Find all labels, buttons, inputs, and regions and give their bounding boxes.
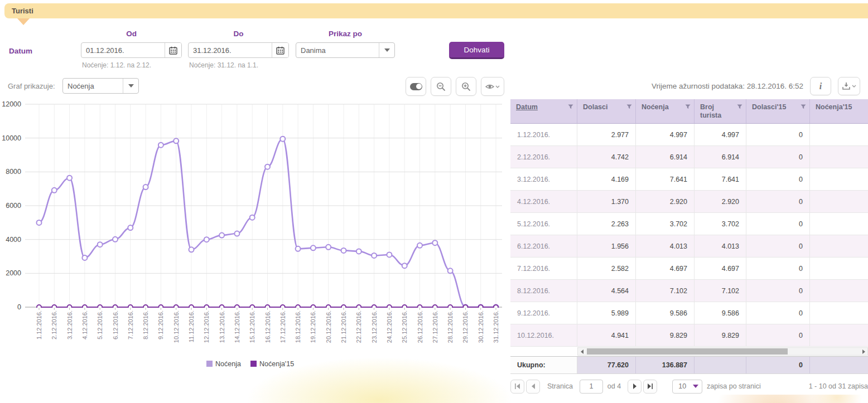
date-from-input[interactable] — [81, 43, 165, 57]
filter-icon[interactable] — [801, 104, 806, 109]
cell-datum: 9.12.2016. — [510, 302, 577, 324]
previous-page-button[interactable] — [526, 380, 540, 394]
cell-value — [810, 280, 868, 302]
svg-text:0: 0 — [17, 303, 21, 311]
cell-datum: 3.12.2016. — [510, 168, 577, 190]
first-page-button[interactable] — [510, 380, 524, 394]
svg-text:17.12.2016.: 17.12.2016. — [279, 310, 286, 343]
column-header-nocenja15[interactable]: Noćenja'15 — [810, 99, 868, 123]
legend-item: Noćenja — [206, 360, 241, 368]
page-number-input[interactable] — [580, 380, 603, 394]
first-page-icon — [514, 383, 520, 389]
cell-value: 2.977 — [577, 124, 636, 145]
cell-value: 0 — [746, 191, 810, 212]
table-row[interactable]: 7.12.2016.2.5824.6974.6970 — [510, 258, 868, 280]
column-header-nocenja[interactable]: Noćenja — [636, 99, 695, 123]
svg-text:21.12.2016.: 21.12.2016. — [340, 310, 347, 343]
date-to-field — [188, 42, 289, 58]
cell-value: 6.914 — [695, 146, 746, 168]
turisti-tab[interactable]: Turisti — [4, 3, 868, 18]
scrollbar-thumb[interactable] — [587, 348, 788, 355]
cell-value: 9.586 — [636, 302, 695, 324]
cell-value: 2.582 — [577, 258, 636, 279]
dohvati-button[interactable]: Dohvati — [449, 42, 504, 59]
zoom-in-icon — [461, 82, 471, 91]
cell-value: 4.013 — [695, 235, 746, 257]
cell-value: 4.564 — [577, 280, 636, 302]
svg-text:27.12.2016.: 27.12.2016. — [432, 310, 438, 343]
chart-toggle-button[interactable] — [406, 77, 426, 96]
table-row[interactable]: 1.12.2016.2.9774.9974.9970 — [510, 124, 868, 146]
cell-value — [810, 146, 868, 168]
table-body: 1.12.2016.2.9774.9974.99702.12.2016.4.74… — [510, 124, 868, 347]
next-page-button[interactable] — [628, 380, 642, 394]
table-row[interactable]: 3.12.2016.4.1697.6417.6410 — [510, 168, 868, 191]
table-row[interactable]: 6.12.2016.1.9564.0134.0130 — [510, 235, 868, 258]
filter-icon[interactable] — [626, 104, 632, 109]
svg-text:Noćenja: Noćenja — [215, 360, 241, 368]
cell-datum: 8.12.2016. — [510, 280, 577, 302]
cell-datum: 4.12.2016. — [510, 191, 577, 212]
record-range-label: 1 - 10 od 31 zapisa — [809, 382, 868, 390]
svg-text:15.12.2016.: 15.12.2016. — [249, 310, 255, 343]
svg-text:12.12.2016.: 12.12.2016. — [203, 310, 210, 343]
info-button[interactable]: i — [810, 77, 831, 95]
column-header-broj-turista[interactable]: Broj turista — [695, 99, 746, 123]
table-row[interactable]: 8.12.2016.4.5647.1027.1020 — [510, 280, 868, 302]
table-row[interactable]: 2.12.2016.4.7426.9146.9140 — [510, 146, 868, 168]
svg-text:22.12.2016.: 22.12.2016. — [355, 310, 362, 343]
cell-value: 1.370 — [577, 191, 636, 212]
column-header-dolasci15[interactable]: Dolasci'15 — [746, 99, 810, 123]
table-row[interactable]: 9.12.2016.5.9899.5869.5860 — [510, 302, 868, 324]
svg-text:6000: 6000 — [6, 202, 21, 210]
series-visibility-button[interactable] — [481, 77, 504, 96]
svg-text:31.12.2016.: 31.12.2016. — [493, 310, 499, 343]
table-row[interactable]: 5.12.2016.2.2633.7023.7020 — [510, 213, 868, 235]
cell-value: 0 — [746, 124, 810, 145]
cell-value: 0 — [746, 235, 810, 257]
cell-value: 5.989 — [577, 302, 636, 324]
export-button[interactable] — [838, 77, 860, 95]
page-size-select[interactable]: 10 — [672, 380, 702, 394]
graf-prikazuje-label: Graf prikazuje: — [8, 82, 55, 90]
cell-value — [810, 168, 868, 190]
graf-prikazuje-select[interactable]: Noćenja — [62, 78, 139, 94]
svg-text:4.12.2016.: 4.12.2016. — [81, 310, 88, 339]
last-page-button[interactable] — [643, 380, 657, 394]
scroll-left-icon[interactable] — [578, 348, 586, 355]
turisti-page: Turisti Datum Od Do Prikaz po Noćenje: 1… — [0, 0, 868, 403]
total-nocenja15 — [810, 357, 868, 373]
calendar-icon[interactable] — [165, 43, 181, 57]
table-row[interactable]: 4.12.2016.1.3702.9202.9200 — [510, 191, 868, 213]
cell-value: 0 — [746, 280, 810, 302]
table-horizontal-scrollbar[interactable] — [577, 347, 868, 356]
svg-text:2.12.2016.: 2.12.2016. — [51, 310, 57, 339]
cell-value: 9.829 — [636, 324, 695, 346]
date-to-input[interactable] — [189, 43, 272, 57]
line-chart[interactable]: 0200040006000800010000120001.12.2016.2.1… — [0, 98, 508, 376]
next-page-icon — [633, 383, 637, 389]
cell-value: 0 — [746, 168, 810, 190]
cell-datum: 5.12.2016. — [510, 213, 577, 235]
filter-icon[interactable] — [685, 104, 691, 109]
table-row[interactable]: 10.12.2016.4.9419.8299.8290 — [510, 324, 868, 347]
svg-text:23.12.2016.: 23.12.2016. — [371, 310, 378, 343]
cell-datum: 7.12.2016. — [510, 258, 577, 279]
cell-value — [810, 191, 868, 212]
cell-value: 7.102 — [695, 280, 746, 302]
calendar-icon[interactable] — [272, 43, 288, 57]
prikaz-po-select[interactable]: Danima — [296, 42, 395, 58]
column-header-dolasci[interactable]: Dolasci — [577, 99, 636, 123]
zoom-in-button[interactable] — [456, 77, 476, 96]
cell-value: 4.742 — [577, 146, 636, 168]
filter-icon[interactable] — [568, 104, 573, 109]
download-icon — [842, 82, 856, 91]
column-header-datum[interactable]: Datum — [510, 99, 577, 123]
zoom-out-button[interactable] — [431, 77, 451, 96]
filter-icon[interactable] — [737, 104, 742, 109]
cell-value: 4.997 — [695, 124, 746, 145]
svg-text:28.12.2016.: 28.12.2016. — [447, 310, 454, 343]
scroll-right-icon[interactable] — [860, 348, 867, 355]
cell-value: 1.956 — [577, 235, 636, 257]
chevron-down-icon — [123, 79, 138, 93]
